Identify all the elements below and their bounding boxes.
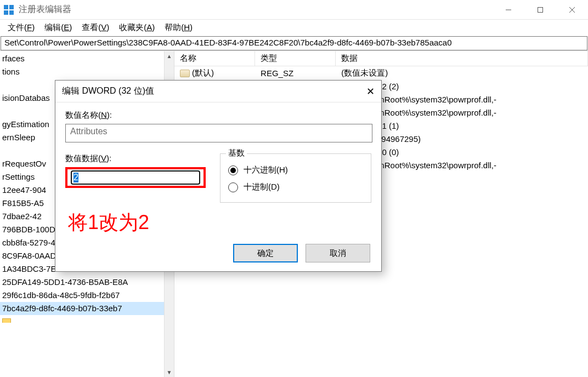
base-groupbox: 基数 十六进制(H) 十进制(D) (220, 153, 371, 203)
menu-favorites[interactable]: 收藏夹(A) (115, 21, 159, 34)
dialog-close-button[interactable]: ✕ (366, 85, 375, 98)
dialog-titlebar[interactable]: 编辑 DWORD (32 位)值 ✕ (55, 81, 381, 102)
close-button[interactable] (556, 0, 588, 20)
tree-item[interactable]: 29f6c1db-86da-48c5-9fdb-f2b67 (0, 289, 174, 302)
list-header: 名称 类型 数据 (174, 51, 588, 66)
radio-hex[interactable]: 十六进制(H) (228, 165, 363, 175)
svg-rect-5 (538, 7, 543, 12)
address-bar[interactable]: Set\Control\Power\PowerSettings\238C9FA8… (1, 36, 587, 50)
value-data-input[interactable] (71, 170, 200, 185)
cancel-button[interactable]: 取消 (306, 244, 370, 262)
tree-item[interactable]: tions (0, 65, 174, 78)
tree-item[interactable]: rfaces (0, 52, 174, 65)
regedit-app-icon (3, 4, 14, 15)
menu-view[interactable]: 查看(V) (77, 21, 114, 34)
reg-string-icon (180, 70, 190, 77)
dialog-title: 编辑 DWORD (32 位)值 (62, 85, 154, 97)
menu-help[interactable]: 帮助(H) (160, 21, 197, 34)
tree-item[interactable]: 7bc4a2f9-d8fc-4469-b07b-33eb7 (0, 302, 174, 315)
tree-item[interactable] (0, 315, 174, 323)
value-name-field[interactable]: Attributes (65, 124, 372, 142)
scroll-up-arrow[interactable]: ▲ (165, 51, 174, 61)
ok-button[interactable]: 确定 (233, 244, 298, 262)
radio-hex-circle[interactable] (228, 165, 238, 175)
radio-dec[interactable]: 十进制(D) (228, 182, 363, 192)
value-name-label: 数值名称(N): (65, 110, 371, 121)
menubar: 文件(F) 编辑(E) 查看(V) 收藏夹(A) 帮助(H) (0, 20, 588, 35)
list-row[interactable]: (默认)REG_SZ(数值未设置) (174, 66, 588, 79)
edit-dword-dialog: 编辑 DWORD (32 位)值 ✕ 数值名称(N): Attributes 数… (55, 80, 382, 272)
menu-edit[interactable]: 编辑(E) (40, 21, 76, 34)
radio-dec-circle[interactable] (228, 182, 238, 192)
svg-rect-0 (4, 5, 8, 9)
maximize-button[interactable] (524, 0, 556, 20)
svg-rect-1 (9, 5, 14, 9)
annotation-text: 将1改为2 (68, 209, 149, 236)
window-titlebar: 注册表编辑器 (0, 0, 588, 20)
window-title: 注册表编辑器 (19, 4, 71, 15)
minimize-button[interactable] (493, 0, 524, 20)
col-header-type[interactable]: 类型 (255, 51, 336, 66)
tree-item[interactable]: 25DFA149-5DD1-4736-B5AB-E8A (0, 276, 174, 289)
menu-file[interactable]: 文件(F) (3, 21, 39, 34)
col-header-name[interactable]: 名称 (174, 51, 255, 66)
scroll-down-arrow[interactable]: ▼ (165, 367, 174, 377)
col-header-data[interactable]: 数据 (336, 51, 588, 66)
window-controls (493, 0, 588, 20)
svg-rect-2 (4, 10, 8, 15)
svg-rect-3 (9, 10, 14, 15)
base-legend: 基数 (226, 148, 247, 158)
value-data-label: 数值数据(V): (65, 153, 206, 164)
value-data-highlight (65, 167, 206, 188)
